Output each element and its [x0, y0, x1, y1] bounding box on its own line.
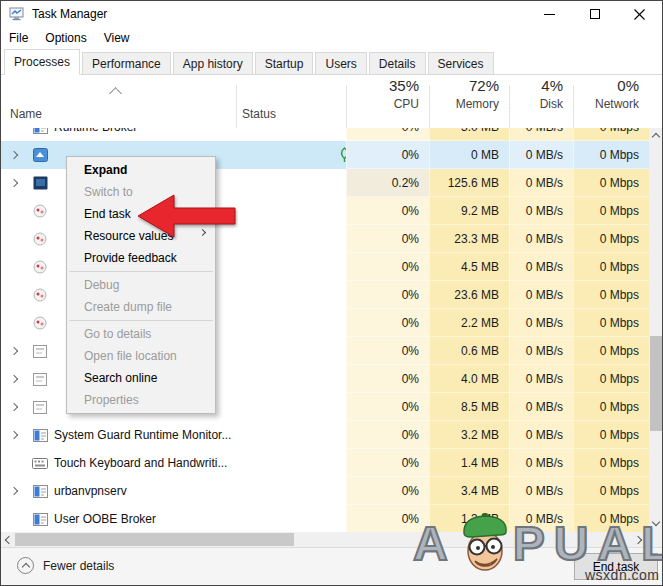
memory-cell: 1.4 MB [429, 449, 509, 477]
window-icon [32, 427, 48, 443]
expand-chevron-icon[interactable] [10, 375, 18, 383]
watermark-site: wsxdn.com [585, 567, 660, 583]
maximize-button[interactable] [572, 1, 617, 27]
disk-cell: 0 MB/s [509, 337, 573, 365]
network-cell: 0 Mbps [573, 421, 649, 449]
menu-item-search-online[interactable]: Search online [67, 367, 215, 389]
process-name: User OOBE Broker [54, 512, 156, 526]
cpu-cell: 0% [346, 197, 429, 225]
network-cell: 0 Mbps [573, 225, 649, 253]
menubar-item-file[interactable]: File [9, 31, 28, 45]
tab-startup[interactable]: Startup [255, 52, 314, 74]
process-row-runtime-broker[interactable]: Runtime Broker0%3.0 MB0 MB/s0 Mbps [1, 128, 649, 141]
horizontal-scrollbar-thumb[interactable] [15, 533, 294, 546]
column-header-cpu[interactable]: 35% CPU [346, 77, 419, 111]
expand-chevron-icon[interactable] [10, 151, 18, 159]
menu-separator [69, 320, 213, 321]
process-name: Touch Keyboard and Handwriti... [54, 456, 227, 470]
process-name-area: User OOBE Broker [1, 505, 346, 532]
cpu-cell: 0% [346, 393, 429, 421]
column-header-status[interactable]: Status [242, 107, 276, 121]
column-header-network[interactable]: 0% Network [573, 77, 639, 111]
fewer-details-toggle[interactable]: Fewer details [17, 557, 114, 574]
menu-separator [69, 271, 213, 272]
network-cell: 0 Mbps [573, 281, 649, 309]
process-name-area: Touch Keyboard and Handwriti... [1, 449, 346, 477]
vertical-scrollbar-thumb[interactable] [650, 336, 662, 431]
window-icon [32, 128, 48, 135]
scroll-up-icon[interactable] [652, 133, 660, 141]
disk-cell: 0 MB/s [509, 128, 573, 141]
expand-chevron-icon[interactable] [10, 179, 18, 187]
minimize-button[interactable] [527, 1, 572, 27]
column-separator [236, 85, 237, 128]
disk-cell: 0 MB/s [509, 365, 573, 393]
process-row-system-guard-runtime-monitor[interactable]: System Guard Runtime Monitor...0%3.2 MB0… [1, 421, 649, 449]
expand-chevron-icon[interactable] [10, 487, 18, 495]
disk-cell: 0 MB/s [509, 449, 573, 477]
maximize-icon [590, 9, 600, 19]
title-bar: Task Manager [1, 1, 662, 27]
watermark: A PUALS [413, 513, 663, 575]
process-row-touch-keyboard-and-handwriti[interactable]: Touch Keyboard and Handwriti...0%1.4 MB0… [1, 449, 649, 477]
column-header-memory[interactable]: 72% Memory [429, 77, 499, 111]
service-icon [32, 259, 48, 275]
tab-processes[interactable]: Processes [4, 49, 80, 75]
box-icon [32, 343, 48, 359]
menubar-item-options[interactable]: Options [45, 31, 86, 45]
tab-app-history[interactable]: App history [173, 52, 253, 74]
disk-cell: 0 MB/s [509, 281, 573, 309]
cpu-cell: 0% [346, 449, 429, 477]
network-cell: 0 Mbps [573, 128, 649, 141]
tab-performance[interactable]: Performance [82, 52, 171, 74]
table-header: Name Status 35% CPU 72% Memory 4% Disk 0… [1, 75, 649, 128]
sort-ascending-icon [109, 87, 122, 100]
cpu-cell: 0% [346, 421, 429, 449]
cpu-cell: 0% [346, 477, 429, 505]
network-cell: 0 Mbps [573, 449, 649, 477]
vertical-scrollbar[interactable] [649, 128, 663, 532]
window-icon [32, 511, 48, 527]
service-icon [32, 231, 48, 247]
network-cell: 0 Mbps [573, 393, 649, 421]
cpu-cell: 0% [346, 225, 429, 253]
memory-cell: 3.2 MB [429, 421, 509, 449]
menubar-item-view[interactable]: View [104, 31, 130, 45]
process-name-area: System Guard Runtime Monitor... [1, 421, 346, 449]
expand-chevron-icon[interactable] [10, 403, 18, 411]
collapse-circle-icon [17, 557, 34, 574]
menu-item-properties: Properties [67, 389, 215, 411]
menu-item-debug: Debug [67, 274, 215, 296]
process-row-urbanvpnserv[interactable]: urbanvpnserv0%3.4 MB0 MB/s0 Mbps [1, 477, 649, 505]
disk-cell: 0 MB/s [509, 253, 573, 281]
cpu-cell: 0% [346, 337, 429, 365]
minimize-icon [544, 14, 555, 15]
expand-chevron-icon[interactable] [10, 347, 18, 355]
close-button[interactable] [617, 1, 662, 27]
keyboard-icon [32, 455, 48, 471]
column-header-name[interactable]: Name [10, 107, 42, 121]
column-header-disk[interactable]: 4% Disk [509, 77, 563, 111]
expand-chevron-icon[interactable] [10, 431, 18, 439]
menu-item-provide-feedback[interactable]: Provide feedback [67, 247, 215, 269]
memory-cell: 0.6 MB [429, 337, 509, 365]
cpu-cell: 0% [346, 128, 429, 141]
process-name: urbanvpnserv [54, 484, 127, 498]
service-icon [32, 315, 48, 331]
tab-users[interactable]: Users [315, 52, 366, 74]
network-cell: 0 Mbps [573, 477, 649, 505]
disk-cell: 0 MB/s [509, 197, 573, 225]
cpu-cell: 0% [346, 141, 429, 169]
red-arrow-annotation [136, 193, 238, 244]
tab-services[interactable]: Services [428, 52, 494, 74]
process-name-area: Runtime Broker [1, 128, 346, 141]
memory-cell: 23.6 MB [429, 281, 509, 309]
window-icon [32, 483, 48, 499]
tab-details[interactable]: Details [369, 52, 426, 74]
menu-item-go-to-details: Go to details [67, 323, 215, 345]
menu-item-expand[interactable]: Expand [67, 159, 215, 181]
scroll-left-icon[interactable] [5, 535, 13, 543]
tab-strip: ProcessesPerformanceApp historyStartupUs… [1, 49, 662, 75]
disk-cell: 0 MB/s [509, 309, 573, 337]
task-manager-window: Task Manager FileOptionsView ProcessesPe… [0, 0, 663, 586]
